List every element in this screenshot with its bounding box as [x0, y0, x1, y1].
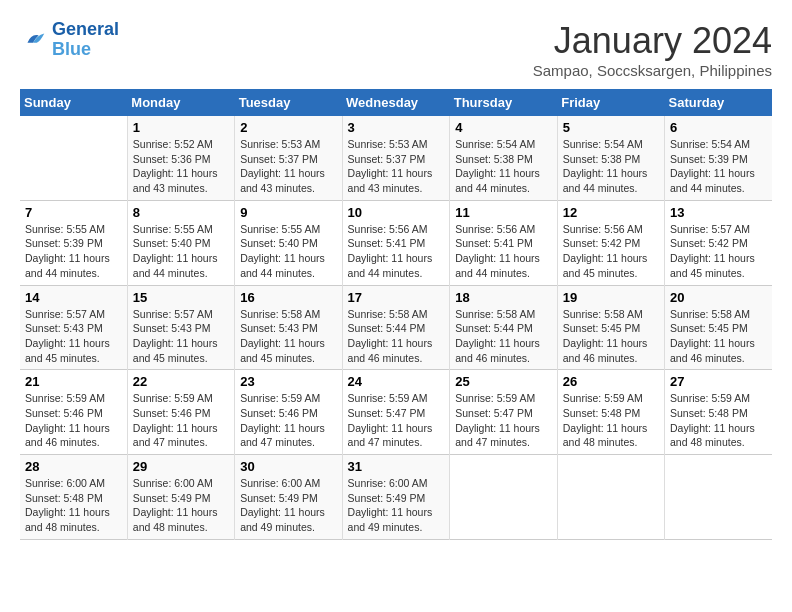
column-header-sunday: Sunday [20, 89, 127, 116]
day-number: 30 [240, 459, 336, 474]
day-info: Sunrise: 5:54 AM Sunset: 5:38 PM Dayligh… [563, 137, 659, 196]
calendar-title: January 2024 [533, 20, 772, 62]
day-number: 28 [25, 459, 122, 474]
calendar-cell: 9Sunrise: 5:55 AM Sunset: 5:40 PM Daylig… [235, 200, 342, 285]
day-number: 21 [25, 374, 122, 389]
column-header-tuesday: Tuesday [235, 89, 342, 116]
day-number: 10 [348, 205, 445, 220]
day-info: Sunrise: 5:55 AM Sunset: 5:40 PM Dayligh… [133, 222, 229, 281]
day-number: 25 [455, 374, 551, 389]
calendar-table: SundayMondayTuesdayWednesdayThursdayFrid… [20, 89, 772, 540]
calendar-cell [20, 116, 127, 200]
calendar-cell: 13Sunrise: 5:57 AM Sunset: 5:42 PM Dayli… [665, 200, 773, 285]
day-info: Sunrise: 6:00 AM Sunset: 5:48 PM Dayligh… [25, 476, 122, 535]
logo: General Blue [20, 20, 119, 60]
day-info: Sunrise: 5:58 AM Sunset: 5:43 PM Dayligh… [240, 307, 336, 366]
calendar-cell [557, 455, 664, 540]
day-info: Sunrise: 5:59 AM Sunset: 5:47 PM Dayligh… [348, 391, 445, 450]
calendar-cell: 7Sunrise: 5:55 AM Sunset: 5:39 PM Daylig… [20, 200, 127, 285]
day-info: Sunrise: 5:58 AM Sunset: 5:44 PM Dayligh… [455, 307, 551, 366]
calendar-cell: 27Sunrise: 5:59 AM Sunset: 5:48 PM Dayli… [665, 370, 773, 455]
calendar-cell: 1Sunrise: 5:52 AM Sunset: 5:36 PM Daylig… [127, 116, 234, 200]
day-info: Sunrise: 6:00 AM Sunset: 5:49 PM Dayligh… [133, 476, 229, 535]
calendar-cell: 3Sunrise: 5:53 AM Sunset: 5:37 PM Daylig… [342, 116, 450, 200]
day-number: 20 [670, 290, 767, 305]
day-info: Sunrise: 5:59 AM Sunset: 5:47 PM Dayligh… [455, 391, 551, 450]
day-info: Sunrise: 5:53 AM Sunset: 5:37 PM Dayligh… [240, 137, 336, 196]
calendar-cell [450, 455, 557, 540]
day-number: 31 [348, 459, 445, 474]
day-info: Sunrise: 5:59 AM Sunset: 5:48 PM Dayligh… [563, 391, 659, 450]
day-number: 3 [348, 120, 445, 135]
day-info: Sunrise: 5:58 AM Sunset: 5:44 PM Dayligh… [348, 307, 445, 366]
day-number: 29 [133, 459, 229, 474]
calendar-cell: 10Sunrise: 5:56 AM Sunset: 5:41 PM Dayli… [342, 200, 450, 285]
calendar-cell: 23Sunrise: 5:59 AM Sunset: 5:46 PM Dayli… [235, 370, 342, 455]
day-number: 8 [133, 205, 229, 220]
calendar-week-3: 14Sunrise: 5:57 AM Sunset: 5:43 PM Dayli… [20, 285, 772, 370]
calendar-cell: 26Sunrise: 5:59 AM Sunset: 5:48 PM Dayli… [557, 370, 664, 455]
calendar-subtitle: Sampao, Soccsksargen, Philippines [533, 62, 772, 79]
day-number: 27 [670, 374, 767, 389]
day-info: Sunrise: 6:00 AM Sunset: 5:49 PM Dayligh… [348, 476, 445, 535]
day-number: 9 [240, 205, 336, 220]
column-header-friday: Friday [557, 89, 664, 116]
calendar-cell: 15Sunrise: 5:57 AM Sunset: 5:43 PM Dayli… [127, 285, 234, 370]
day-number: 26 [563, 374, 659, 389]
column-header-wednesday: Wednesday [342, 89, 450, 116]
calendar-cell: 29Sunrise: 6:00 AM Sunset: 5:49 PM Dayli… [127, 455, 234, 540]
calendar-cell: 16Sunrise: 5:58 AM Sunset: 5:43 PM Dayli… [235, 285, 342, 370]
calendar-cell: 14Sunrise: 5:57 AM Sunset: 5:43 PM Dayli… [20, 285, 127, 370]
calendar-cell [665, 455, 773, 540]
calendar-cell: 28Sunrise: 6:00 AM Sunset: 5:48 PM Dayli… [20, 455, 127, 540]
calendar-cell: 2Sunrise: 5:53 AM Sunset: 5:37 PM Daylig… [235, 116, 342, 200]
calendar-cell: 22Sunrise: 5:59 AM Sunset: 5:46 PM Dayli… [127, 370, 234, 455]
calendar-week-5: 28Sunrise: 6:00 AM Sunset: 5:48 PM Dayli… [20, 455, 772, 540]
calendar-cell: 30Sunrise: 6:00 AM Sunset: 5:49 PM Dayli… [235, 455, 342, 540]
logo-icon [20, 26, 48, 54]
day-number: 18 [455, 290, 551, 305]
day-info: Sunrise: 5:56 AM Sunset: 5:41 PM Dayligh… [348, 222, 445, 281]
day-number: 23 [240, 374, 336, 389]
day-info: Sunrise: 5:57 AM Sunset: 5:42 PM Dayligh… [670, 222, 767, 281]
title-block: January 2024 Sampao, Soccsksargen, Phili… [533, 20, 772, 79]
day-info: Sunrise: 5:57 AM Sunset: 5:43 PM Dayligh… [133, 307, 229, 366]
day-number: 4 [455, 120, 551, 135]
calendar-week-1: 1Sunrise: 5:52 AM Sunset: 5:36 PM Daylig… [20, 116, 772, 200]
day-info: Sunrise: 5:57 AM Sunset: 5:43 PM Dayligh… [25, 307, 122, 366]
day-number: 12 [563, 205, 659, 220]
calendar-cell: 8Sunrise: 5:55 AM Sunset: 5:40 PM Daylig… [127, 200, 234, 285]
column-header-saturday: Saturday [665, 89, 773, 116]
day-info: Sunrise: 5:59 AM Sunset: 5:46 PM Dayligh… [25, 391, 122, 450]
header-row: SundayMondayTuesdayWednesdayThursdayFrid… [20, 89, 772, 116]
day-info: Sunrise: 5:55 AM Sunset: 5:39 PM Dayligh… [25, 222, 122, 281]
calendar-cell: 20Sunrise: 5:58 AM Sunset: 5:45 PM Dayli… [665, 285, 773, 370]
day-info: Sunrise: 6:00 AM Sunset: 5:49 PM Dayligh… [240, 476, 336, 535]
day-number: 5 [563, 120, 659, 135]
day-number: 13 [670, 205, 767, 220]
day-number: 22 [133, 374, 229, 389]
day-info: Sunrise: 5:54 AM Sunset: 5:39 PM Dayligh… [670, 137, 767, 196]
calendar-cell: 6Sunrise: 5:54 AM Sunset: 5:39 PM Daylig… [665, 116, 773, 200]
calendar-cell: 17Sunrise: 5:58 AM Sunset: 5:44 PM Dayli… [342, 285, 450, 370]
day-number: 14 [25, 290, 122, 305]
day-info: Sunrise: 5:59 AM Sunset: 5:46 PM Dayligh… [240, 391, 336, 450]
column-header-thursday: Thursday [450, 89, 557, 116]
day-number: 16 [240, 290, 336, 305]
calendar-cell: 24Sunrise: 5:59 AM Sunset: 5:47 PM Dayli… [342, 370, 450, 455]
day-info: Sunrise: 5:56 AM Sunset: 5:42 PM Dayligh… [563, 222, 659, 281]
day-info: Sunrise: 5:59 AM Sunset: 5:46 PM Dayligh… [133, 391, 229, 450]
day-number: 11 [455, 205, 551, 220]
calendar-cell: 11Sunrise: 5:56 AM Sunset: 5:41 PM Dayli… [450, 200, 557, 285]
day-info: Sunrise: 5:59 AM Sunset: 5:48 PM Dayligh… [670, 391, 767, 450]
day-info: Sunrise: 5:58 AM Sunset: 5:45 PM Dayligh… [670, 307, 767, 366]
day-number: 17 [348, 290, 445, 305]
day-number: 19 [563, 290, 659, 305]
column-header-monday: Monday [127, 89, 234, 116]
page-header: General Blue January 2024 Sampao, Soccsk… [20, 20, 772, 79]
day-info: Sunrise: 5:53 AM Sunset: 5:37 PM Dayligh… [348, 137, 445, 196]
calendar-week-4: 21Sunrise: 5:59 AM Sunset: 5:46 PM Dayli… [20, 370, 772, 455]
day-info: Sunrise: 5:56 AM Sunset: 5:41 PM Dayligh… [455, 222, 551, 281]
calendar-cell: 4Sunrise: 5:54 AM Sunset: 5:38 PM Daylig… [450, 116, 557, 200]
day-number: 7 [25, 205, 122, 220]
